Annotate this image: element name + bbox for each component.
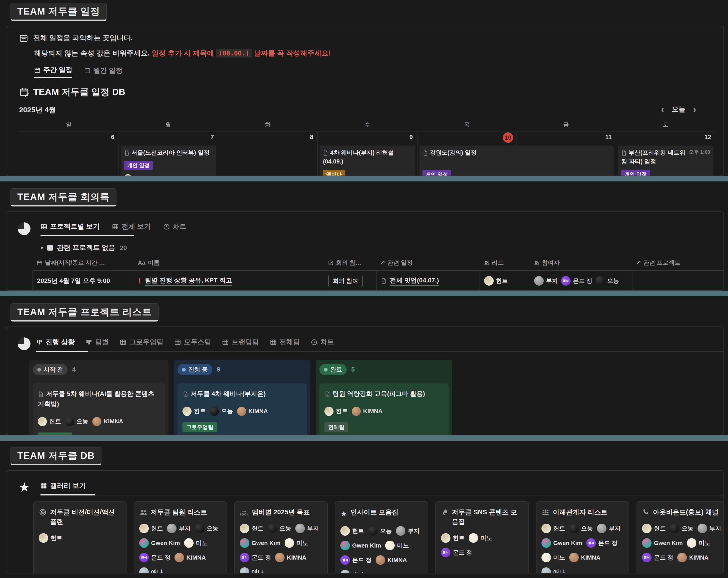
gallery-card[interactable]: 저두클 비전/미션/액션 플랜 헌트: [33, 501, 127, 574]
person-chip: KIMNA: [677, 553, 708, 562]
meeting-name[interactable]: 팀별 진행 상황 공유, KPT 회고: [145, 276, 232, 286]
calendar-day-cell[interactable]: 8: [218, 132, 317, 176]
gallery-card[interactable]: 저두클 팀원 리스트 헌트부지으농Gwen Kim미노월석몬드 정KIMNA애나: [134, 501, 227, 574]
document-icon: [38, 391, 44, 397]
tab-gallery-view[interactable]: 갤러리 보기: [41, 481, 86, 491]
active-tab-indicator: [41, 235, 134, 236]
calendar-event[interactable]: 서울(노선코리아 인터뷰) 일정 개인 일정: [121, 145, 216, 176]
tab-all-team[interactable]: 전체팀: [270, 337, 300, 347]
person-name: 부지: [709, 525, 721, 532]
cell-related-schedule[interactable]: 전체 밋업(04.07.): [376, 271, 480, 291]
db-section: TEAM 저두클 DB ★ 갤러리 보기 저두클 비전/미션/액션 플랜 헌트: [0, 441, 728, 574]
avatar: [167, 524, 177, 533]
card-people: 헌트: [39, 533, 121, 543]
calendar-icon: [36, 260, 43, 266]
project-card[interactable]: 저두클 5차 웨비나(AI를 활용한 콘텐츠 기획법) 헌트으농KIMNA 그로…: [33, 383, 165, 435]
person-chip: KIMNA: [275, 553, 306, 562]
tag-chip: 웨비나: [323, 170, 345, 176]
cell-related-project[interactable]: [632, 271, 724, 291]
card-title-row: 저두클 5차 웨비나(AI를 활용한 콘텐츠 기획법): [38, 389, 160, 409]
cell-lead[interactable]: 헌트: [480, 271, 530, 291]
group-header[interactable]: ▾ 관련 프로젝트 없음 20: [41, 243, 724, 252]
avatar: [139, 538, 149, 548]
gallery-card[interactable]: 아웃바운드(홍보) 채널 헌트으농부지Gwen Kim미노월석몬드 정KIMNA: [636, 501, 724, 574]
tab-weekly-schedule[interactable]: 주간 일정: [34, 65, 72, 78]
person-chip: 부지: [597, 524, 621, 533]
avatar: [210, 407, 219, 416]
tab-label: 차트: [320, 337, 334, 347]
calendar-day-cell-today[interactable]: 10 강원도(강의) 일정 개인 일정: [417, 132, 516, 176]
column-header-related-schedule[interactable]: ↗ 관련 일정: [376, 259, 479, 267]
card-title: 저두클 5차 웨비나(AI를 활용한 콘텐츠 기획법): [38, 390, 154, 408]
column-header-lead[interactable]: 리드: [479, 259, 529, 267]
person-chip: KIMNA: [93, 417, 123, 426]
event-time: 오후 1:00: [689, 149, 710, 156]
kanban-column-header[interactable]: 진행 중 9: [178, 364, 307, 375]
avatar: 월석: [139, 553, 149, 562]
tab-chart[interactable]: 차트: [163, 222, 186, 231]
kanban-column-header[interactable]: 완료 5: [319, 364, 449, 375]
card-title-row: 저두클 팀원 리스트: [139, 507, 222, 517]
meeting-date: 2025년 4월 7일 오후 9:00: [37, 276, 110, 285]
calendar-day-cell[interactable]: 12 오후 1:00 부산(프리워킹 네트워킹 파티) 일정 개인 일정: [616, 132, 715, 176]
join-meeting-button[interactable]: 회의 참여: [328, 275, 363, 287]
gallery-card[interactable]: ★ 인사이트 모음집 헌트으농부지Gwen Kim미노월석몬드 정KIMNA애나…: [335, 501, 428, 574]
gallery-card[interactable]: 저두클 SNS 콘텐츠 모음집 헌트미노월석몬드 정: [436, 501, 529, 574]
tab-chart[interactable]: 차트: [311, 337, 334, 347]
gallery-icon: [41, 483, 47, 489]
column-header-name[interactable]: Aa 이름: [134, 259, 324, 267]
column-header-participants[interactable]: 참여자: [529, 259, 632, 267]
meetings-section-title[interactable]: TEAM 저두클 회의록: [10, 188, 116, 207]
tab-progress-board[interactable]: 진행 상황: [36, 337, 75, 347]
tab-modus-team[interactable]: 모두스팀: [174, 337, 211, 347]
prev-month-icon[interactable]: ‹: [661, 106, 664, 113]
column-header-related-project[interactable]: ↗ 관련 프로젝트: [632, 259, 724, 267]
tab-all[interactable]: 전체 보기: [112, 222, 151, 231]
person-chip: 헌트: [642, 524, 666, 533]
avatar: [677, 553, 687, 562]
calendar-day-cell[interactable]: 7 서울(노선코리아 인터뷰) 일정 개인 일정: [119, 132, 218, 176]
column-header-join[interactable]: 회의 참…: [324, 259, 376, 267]
avatar: [139, 567, 149, 574]
cell-name[interactable]: ! 팀별 진행 상황 공유, KPT 회고: [134, 271, 324, 291]
column-header-date[interactable]: 날짜(시작/종료 시간 …: [32, 259, 134, 267]
projects-section-title[interactable]: TEAM 저두클 프로젝트 리스트: [10, 303, 159, 322]
calendar-event[interactable]: 4차 웨비나(부지) 리허설 (04.09.) 웨비나: [320, 145, 415, 176]
tab-growup-team[interactable]: 그로우업팀: [120, 337, 163, 347]
person-chip: 헌트: [441, 533, 465, 543]
calendar-event[interactable]: 오후 1:00 부산(프리워킹 네트워킹 파티) 일정 개인 일정: [618, 145, 713, 176]
avatar: [240, 524, 249, 533]
tab-monthly-schedule[interactable]: 월간 일정: [84, 66, 122, 78]
weekday-header: 일 월 화 수 목 금 토: [19, 121, 715, 128]
schedule-section-title[interactable]: TEAM 저두클 일정: [10, 3, 107, 21]
db-section-title[interactable]: TEAM 저두클 DB: [10, 447, 101, 465]
tab-label: 모두스팀: [184, 337, 211, 347]
kanban-column-header[interactable]: 시작 전 4: [33, 364, 165, 375]
project-card[interactable]: 팀원 역량강화 교육(피그마 활용) 헌트KIMNA 전체팀: [319, 383, 449, 435]
tab-by-team[interactable]: 팀별: [85, 337, 109, 347]
avatar: [93, 417, 101, 426]
gallery-card[interactable]: 이해관계자 리스트 헌트으농부지Gwen Kim월석몬드 정미노KIMNA애나: [536, 501, 629, 574]
meeting-row[interactable]: 2025년 4월 7일 오후 9:00 ! 팀별 진행 상황 공유, KPT 회…: [32, 270, 724, 291]
cell-date[interactable]: 2025년 4월 7일 오후 9:00: [33, 271, 134, 291]
cell-join[interactable]: 회의 참여: [324, 271, 376, 291]
card-title-row: ★ 인사이트 모음집: [340, 507, 423, 519]
cell-participants[interactable]: 부지월석몬드 정으농: [530, 271, 632, 291]
related-schedule-link[interactable]: 전체 밋업(04.07.): [390, 276, 439, 286]
kanban-column-not-started: 시작 전 4 저두클 5차 웨비나(AI를 활용한 콘텐츠 기획법) 헌트으농K…: [29, 360, 168, 435]
project-card[interactable]: 저두클 4차 웨비나(부지은) 헌트으농KIMNA 그로우업팀웨비나: [178, 383, 307, 435]
collapse-triangle-icon[interactable]: ▾: [41, 245, 43, 251]
person-chip: 미노: [285, 538, 308, 548]
calendar-day-cell[interactable]: 6: [19, 132, 119, 176]
schedule-db-title[interactable]: TEAM 저두클 일정 DB: [33, 86, 125, 98]
column-count: 9: [217, 366, 220, 373]
person-name: Gwen Kim: [553, 540, 582, 547]
gallery-card[interactable]: →SOON 멤버별 2025년 목표 헌트으농부지Gwen Kim미노월석몬드 …: [234, 501, 328, 574]
tab-branding-team[interactable]: 브랜딩팀: [222, 337, 259, 347]
next-month-icon[interactable]: ›: [693, 106, 696, 113]
today-button[interactable]: 오늘: [672, 105, 685, 114]
person-chip: 헌트: [484, 276, 508, 285]
tab-by-project[interactable]: 프로젝트별 보기: [41, 222, 100, 231]
calendar-event[interactable]: 강원도(강의) 일정 개인 일정: [419, 145, 614, 176]
calendar-day-cell[interactable]: 9 4차 웨비나(부지) 리허설 (04.09.) 웨비나: [317, 132, 417, 176]
